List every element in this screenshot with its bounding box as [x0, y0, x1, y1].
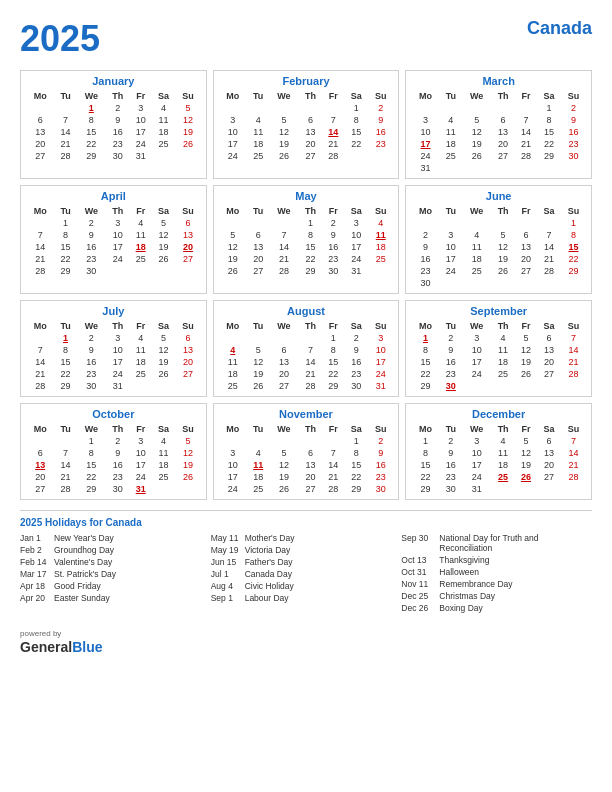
holiday-date: Dec 26 [401, 603, 435, 613]
calendar-day: 10 [219, 459, 247, 471]
calendar-day: 20 [26, 138, 54, 150]
calendar-day: 18 [152, 126, 176, 138]
calendar-day: 3 [219, 447, 247, 459]
calendar-day: 19 [462, 138, 491, 150]
calendar-day: 8 [298, 229, 322, 241]
calendar-day: 5 [152, 332, 176, 344]
calendar-day: 29 [411, 380, 439, 392]
calendar-day: 7 [515, 114, 537, 126]
calendar-day: 3 [462, 332, 491, 344]
calendar-day: 31 [368, 380, 393, 392]
day-header: Mo [26, 320, 54, 332]
day-header: Fr [322, 320, 344, 332]
day-header: Fr [515, 90, 537, 102]
day-header: Sa [152, 423, 176, 435]
calendar-day [298, 102, 322, 114]
day-header: Tu [440, 320, 462, 332]
day-header: Su [561, 320, 586, 332]
calendar-day: 27 [491, 150, 515, 162]
calendar-day: 19 [247, 368, 269, 380]
month-name: July [26, 305, 201, 317]
holidays-section: 2025 Holidays for Canada Jan 1New Year's… [20, 510, 592, 615]
calendar-day: 27 [26, 483, 54, 495]
calendar-day: 11 [440, 126, 462, 138]
holiday-item: May 11Mother's Day [211, 533, 402, 543]
calendar-day: 23 [106, 138, 130, 150]
calendar-day: 14 [269, 241, 298, 253]
calendar-day: 3 [219, 114, 247, 126]
calendar-day: 22 [54, 253, 76, 265]
calendar-day: 20 [537, 459, 561, 471]
day-header: Tu [247, 205, 269, 217]
calendar-day: 20 [269, 368, 298, 380]
calendar-day: 5 [515, 435, 537, 447]
calendar-day [537, 380, 561, 392]
calendar-day: 30 [344, 380, 368, 392]
calendar-day: 20 [515, 253, 537, 265]
calendar-day: 22 [411, 368, 439, 380]
calendar-day: 5 [269, 447, 298, 459]
day-header: Tu [54, 90, 76, 102]
calendar-day: 31 [411, 162, 439, 174]
calendar-day: 14 [54, 126, 76, 138]
page: 2025 Canada JanuaryMoTuWeThFrSaSu1234567… [0, 0, 612, 792]
calendar-day: 10 [411, 126, 439, 138]
calendar-day: 24 [106, 368, 130, 380]
day-header: We [269, 423, 298, 435]
day-header: Mo [411, 205, 439, 217]
calendar-day [247, 217, 269, 229]
holiday-item: Jan 1New Year's Day [20, 533, 211, 543]
calendar-day: 5 [462, 114, 491, 126]
month-block-may: MayMoTuWeThFrSaSu12345678910111213141516… [213, 185, 400, 294]
calendar-day: 5 [491, 229, 515, 241]
calendar-day: 30 [106, 150, 130, 162]
calendar-day: 2 [77, 217, 106, 229]
calendar-day: 16 [344, 356, 368, 368]
day-header: Su [561, 90, 586, 102]
calendar-day: 2 [561, 102, 586, 114]
calendar-day: 17 [130, 126, 152, 138]
day-header: Th [298, 320, 322, 332]
calendar-day: 19 [269, 471, 298, 483]
calendar-day: 24 [219, 150, 247, 162]
calendar-day [54, 102, 76, 114]
header: 2025 Canada [20, 18, 592, 60]
calendar-day: 25 [491, 471, 515, 483]
calendar-day: 13 [26, 459, 54, 471]
day-header: Th [106, 423, 130, 435]
calendar-day [152, 380, 176, 392]
calendar-day: 4 [130, 332, 152, 344]
calendar-day: 28 [298, 380, 322, 392]
calendar-day: 17 [106, 241, 130, 253]
calendar-day: 25 [247, 483, 269, 495]
calendar-day: 2 [106, 102, 130, 114]
holiday-date: Mar 17 [20, 569, 50, 579]
calendar-day: 18 [491, 356, 515, 368]
day-header: Su [176, 423, 201, 435]
day-header: Th [106, 90, 130, 102]
calendar-day: 21 [322, 138, 344, 150]
calendar-day: 1 [322, 332, 344, 344]
calendar-day: 17 [344, 241, 368, 253]
holiday-date: Aug 4 [211, 581, 241, 591]
calendar-day: 26 [515, 471, 537, 483]
calendar-day [176, 483, 201, 495]
calendar-day: 10 [106, 229, 130, 241]
calendar-day: 7 [561, 435, 586, 447]
day-header: Fr [515, 423, 537, 435]
day-header: Su [176, 320, 201, 332]
calendar-day: 1 [77, 435, 106, 447]
calendar-day: 9 [561, 114, 586, 126]
calendar-day: 28 [537, 265, 561, 277]
calendar-day [440, 277, 462, 289]
calendar-day: 28 [561, 471, 586, 483]
calendar-day [219, 217, 247, 229]
calendar-day: 21 [515, 138, 537, 150]
calendar-day: 11 [130, 229, 152, 241]
calendar-day: 12 [152, 229, 176, 241]
calendar-day: 29 [322, 380, 344, 392]
calendar-day: 17 [219, 471, 247, 483]
calendar-day: 20 [537, 356, 561, 368]
calendar-day: 4 [440, 114, 462, 126]
calendar-day: 8 [411, 344, 439, 356]
